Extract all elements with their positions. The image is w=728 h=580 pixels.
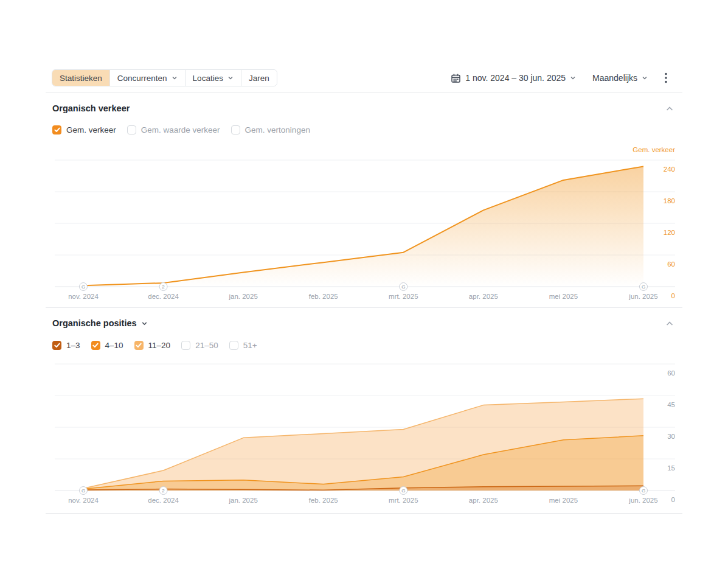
svg-text:0: 0 [671,292,675,299]
checkbox-unchecked-icon [181,341,190,350]
metric-checkbox-row: Gem. verkeerGem. waarde verkeerGem. vert… [52,125,310,135]
collapse-section-button[interactable] [664,319,675,330]
checkbox-checked-icon [52,125,61,135]
tab-label: Jaren [249,74,269,83]
more-options-button[interactable] [664,72,668,83]
y-axis-labels: 015304560 [667,369,675,503]
event-marker-2[interactable]: 2 [159,283,167,291]
collapse-section-button[interactable] [664,104,675,115]
checkbox-unchecked-icon [231,125,240,135]
tab-label: Locaties [193,74,223,83]
svg-text:mrt. 2025: mrt. 2025 [389,293,418,300]
tab-statistieken[interactable]: Statistieken [52,70,110,86]
svg-text:G: G [642,488,645,494]
x-axis-labels: nov. 2024dec. 2024jan. 2025feb. 2025mrt.… [68,497,658,504]
granularity-label: Maandelijks [592,73,637,83]
checkbox-label: 51+ [243,341,257,350]
granularity-dropdown[interactable]: Maandelijks [592,73,648,83]
event-marker-2[interactable]: 2 [159,487,167,495]
tab-jaren[interactable]: Jaren [241,70,277,86]
checkbox-unchecked-icon [229,341,238,350]
chevron-up-icon [665,104,674,114]
svg-text:nov. 2024: nov. 2024 [68,497,99,504]
svg-text:apr. 2025: apr. 2025 [469,497,498,504]
checkbox-checked-icon [52,341,61,350]
svg-text:jan. 2025: jan. 2025 [228,293,257,300]
checkbox-gem-vertoningen[interactable]: Gem. vertoningen [231,125,310,135]
event-marker-G[interactable]: G [640,487,648,495]
svg-text:apr. 2025: apr. 2025 [469,293,498,300]
section-title-organisch-verkeer: Organisch verkeer [52,103,130,113]
organic-positions-chart: 015304560nov. 2024dec. 2024jan. 2025feb.… [52,359,681,508]
checkbox-gem-waarde-verkeer[interactable]: Gem. waarde verkeer [127,125,220,135]
svg-text:jun. 2025: jun. 2025 [628,497,657,504]
y-axis-labels: 060120180240 [664,166,675,299]
svg-text:mei 2025: mei 2025 [549,293,578,300]
svg-text:0: 0 [671,496,675,503]
organic-traffic-chart: 060120180240nov. 2024dec. 2024jan. 2025f… [52,155,681,304]
toolbar-right: 1 nov. 2024 – 30 jun. 2025 Maandelijks [451,69,668,86]
svg-text:2: 2 [162,284,165,290]
divider [46,92,682,93]
event-marker-G[interactable]: G [640,283,648,291]
svg-text:dec. 2024: dec. 2024 [148,497,179,504]
svg-text:2: 2 [162,488,165,494]
tab-concurrenten[interactable]: Concurrenten [110,70,185,86]
checkbox-1-3[interactable]: 1–3 [52,341,80,350]
checkbox-unchecked-icon [127,125,136,135]
checkbox-label: 1–3 [66,341,80,350]
section-title-organische-posities[interactable]: Organische posities [52,318,148,328]
chevron-down-icon [141,320,148,327]
checkbox-label: 21–50 [195,341,218,350]
event-marker-G[interactable]: G [400,487,407,495]
svg-text:G: G [81,488,85,494]
svg-text:nov. 2024: nov. 2024 [68,293,99,300]
checkbox-21-50[interactable]: 21–50 [181,341,218,350]
svg-text:jun. 2025: jun. 2025 [628,293,657,300]
svg-text:30: 30 [667,433,675,440]
svg-text:dec. 2024: dec. 2024 [148,293,179,300]
svg-text:feb. 2025: feb. 2025 [309,293,338,300]
series-area-Gem. verkeer [83,166,643,287]
tab-locaties[interactable]: Locaties [185,70,241,86]
calendar-icon [451,73,461,83]
chevron-down-icon [172,75,178,81]
event-marker-G[interactable]: G [400,283,407,291]
svg-text:180: 180 [664,197,675,204]
checkbox-11-20[interactable]: 11–20 [134,341,171,350]
checkbox-label: 11–20 [148,341,171,350]
y-axis-title: Gem. verkeer [633,146,675,153]
svg-text:G: G [401,284,405,290]
view-tabs: StatistiekenConcurrentenLocatiesJaren [52,69,277,86]
svg-text:G: G [642,284,645,290]
section-title-text: Organische posities [52,318,137,328]
svg-text:G: G [401,488,405,494]
seo-analytics-page: StatistiekenConcurrentenLocatiesJaren 1 … [0,0,728,580]
chevron-down-icon [227,75,234,81]
tab-label: Statistieken [60,74,102,83]
svg-text:G: G [81,284,85,290]
event-marker-G[interactable]: G [80,283,88,291]
checkbox-label: Gem. waarde verkeer [141,125,220,135]
divider [46,307,682,308]
svg-text:feb. 2025: feb. 2025 [309,497,338,504]
checkbox-checked-icon [91,341,100,350]
checkbox-51+[interactable]: 51+ [229,341,257,350]
svg-text:60: 60 [667,260,675,268]
checkbox-gem-verkeer[interactable]: Gem. verkeer [52,125,116,135]
chevron-up-icon [665,319,674,329]
svg-text:jan. 2025: jan. 2025 [228,497,257,504]
event-marker-G[interactable]: G [80,487,88,495]
checkbox-label: Gem. verkeer [66,125,116,135]
svg-text:mei 2025: mei 2025 [549,497,578,504]
divider [46,513,682,514]
chevron-down-icon [570,75,576,81]
tab-label: Concurrenten [117,74,167,83]
svg-text:60: 60 [667,369,675,377]
checkbox-4-10[interactable]: 4–10 [91,341,123,350]
checkbox-checked-icon [134,341,144,350]
date-range-picker[interactable]: 1 nov. 2024 – 30 jun. 2025 [451,73,576,83]
section-title-text: Organisch verkeer [52,103,130,113]
position-checkbox-row: 1–34–1011–2021–5051+ [52,341,257,350]
kebab-menu-icon [664,72,668,83]
